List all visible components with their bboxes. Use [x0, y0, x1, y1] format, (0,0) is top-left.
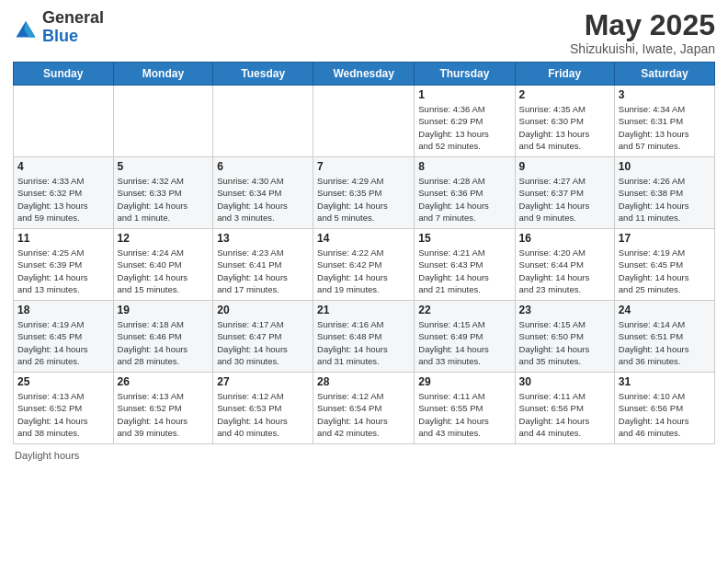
calendar-cell: 2Sunrise: 4:35 AM Sunset: 6:30 PM Daylig… — [515, 86, 614, 157]
calendar-cell: 21Sunrise: 4:16 AM Sunset: 6:48 PM Dayli… — [313, 301, 415, 373]
day-number: 26 — [118, 375, 210, 388]
calendar-cell: 26Sunrise: 4:13 AM Sunset: 6:52 PM Dayli… — [113, 373, 213, 444]
subtitle: Shizukuishi, Iwate, Japan — [570, 41, 715, 56]
logo-icon — [13, 15, 39, 40]
logo: General Blue — [13, 9, 104, 46]
header: General Blue May 2025 Shizukuishi, Iwate… — [13, 9, 715, 56]
calendar-cell: 30Sunrise: 4:11 AM Sunset: 6:56 PM Dayli… — [515, 373, 614, 444]
day-info: Sunrise: 4:36 AM Sunset: 6:29 PM Dayligh… — [418, 103, 510, 152]
calendar-cell: 14Sunrise: 4:22 AM Sunset: 6:42 PM Dayli… — [313, 229, 415, 301]
day-number: 14 — [317, 232, 410, 245]
calendar-cell: 12Sunrise: 4:24 AM Sunset: 6:40 PM Dayli… — [113, 229, 213, 301]
day-number: 21 — [317, 304, 410, 316]
day-number: 30 — [519, 375, 610, 388]
calendar-cell: 1Sunrise: 4:36 AM Sunset: 6:29 PM Daylig… — [415, 86, 515, 157]
day-info: Sunrise: 4:21 AM Sunset: 6:43 PM Dayligh… — [418, 247, 510, 295]
day-number: 3 — [619, 88, 711, 101]
day-info: Sunrise: 4:15 AM Sunset: 6:49 PM Dayligh… — [418, 318, 510, 367]
calendar-cell: 28Sunrise: 4:12 AM Sunset: 6:54 PM Dayli… — [313, 373, 415, 444]
day-info: Sunrise: 4:33 AM Sunset: 6:32 PM Dayligh… — [17, 175, 109, 224]
calendar-cell: 20Sunrise: 4:17 AM Sunset: 6:47 PM Dayli… — [213, 301, 313, 373]
day-number: 19 — [118, 304, 210, 316]
footer-text: Daylight hours — [15, 450, 79, 461]
calendar-cell: 17Sunrise: 4:19 AM Sunset: 6:45 PM Dayli… — [614, 229, 714, 301]
day-info: Sunrise: 4:32 AM Sunset: 6:33 PM Dayligh… — [118, 175, 210, 224]
calendar-cell: 22Sunrise: 4:15 AM Sunset: 6:49 PM Dayli… — [415, 301, 515, 373]
day-number: 12 — [118, 232, 210, 245]
day-number: 5 — [118, 160, 210, 173]
calendar-cell: 8Sunrise: 4:28 AM Sunset: 6:36 PM Daylig… — [415, 157, 515, 229]
calendar-cell: 9Sunrise: 4:27 AM Sunset: 6:37 PM Daylig… — [515, 157, 614, 229]
day-info: Sunrise: 4:18 AM Sunset: 6:46 PM Dayligh… — [118, 318, 210, 367]
day-number: 11 — [17, 232, 109, 245]
calendar-table: SundayMondayTuesdayWednesdayThursdayFrid… — [13, 62, 715, 444]
calendar-cell — [14, 86, 114, 157]
week-row-1: 1Sunrise: 4:36 AM Sunset: 6:29 PM Daylig… — [14, 86, 715, 157]
day-number: 10 — [619, 160, 711, 173]
day-info: Sunrise: 4:19 AM Sunset: 6:45 PM Dayligh… — [17, 318, 109, 367]
week-row-2: 4Sunrise: 4:33 AM Sunset: 6:32 PM Daylig… — [14, 157, 715, 229]
day-number: 17 — [619, 232, 711, 245]
day-info: Sunrise: 4:35 AM Sunset: 6:30 PM Dayligh… — [519, 103, 610, 152]
weekday-header-friday: Friday — [515, 63, 614, 86]
day-info: Sunrise: 4:20 AM Sunset: 6:44 PM Dayligh… — [519, 247, 610, 295]
day-info: Sunrise: 4:28 AM Sunset: 6:36 PM Dayligh… — [418, 175, 510, 224]
calendar-cell — [313, 86, 415, 157]
calendar-cell: 29Sunrise: 4:11 AM Sunset: 6:55 PM Dayli… — [415, 373, 515, 444]
day-number: 28 — [317, 375, 410, 388]
day-number: 9 — [519, 160, 610, 173]
day-info: Sunrise: 4:15 AM Sunset: 6:50 PM Dayligh… — [519, 318, 610, 367]
day-info: Sunrise: 4:11 AM Sunset: 6:56 PM Dayligh… — [519, 390, 610, 439]
weekday-header-wednesday: Wednesday — [313, 63, 415, 86]
week-row-4: 18Sunrise: 4:19 AM Sunset: 6:45 PM Dayli… — [14, 301, 715, 373]
weekday-header-thursday: Thursday — [415, 63, 515, 86]
calendar-cell: 27Sunrise: 4:12 AM Sunset: 6:53 PM Dayli… — [213, 373, 313, 444]
day-info: Sunrise: 4:23 AM Sunset: 6:41 PM Dayligh… — [217, 247, 309, 295]
day-info: Sunrise: 4:12 AM Sunset: 6:53 PM Dayligh… — [217, 390, 309, 439]
day-info: Sunrise: 4:19 AM Sunset: 6:45 PM Dayligh… — [619, 247, 711, 295]
day-info: Sunrise: 4:10 AM Sunset: 6:56 PM Dayligh… — [619, 390, 711, 439]
calendar-cell: 19Sunrise: 4:18 AM Sunset: 6:46 PM Dayli… — [113, 301, 213, 373]
day-info: Sunrise: 4:25 AM Sunset: 6:39 PM Dayligh… — [17, 247, 109, 295]
calendar-cell: 4Sunrise: 4:33 AM Sunset: 6:32 PM Daylig… — [14, 157, 114, 229]
weekday-header-saturday: Saturday — [614, 63, 714, 86]
day-info: Sunrise: 4:13 AM Sunset: 6:52 PM Dayligh… — [118, 390, 210, 439]
day-info: Sunrise: 4:17 AM Sunset: 6:47 PM Dayligh… — [217, 318, 309, 367]
day-info: Sunrise: 4:30 AM Sunset: 6:34 PM Dayligh… — [217, 175, 309, 224]
logo-general-text: General — [42, 8, 104, 27]
calendar-cell — [113, 86, 213, 157]
weekday-header-row: SundayMondayTuesdayWednesdayThursdayFrid… — [14, 63, 715, 86]
calendar-cell: 11Sunrise: 4:25 AM Sunset: 6:39 PM Dayli… — [14, 229, 114, 301]
day-number: 20 — [217, 304, 309, 316]
calendar-cell: 10Sunrise: 4:26 AM Sunset: 6:38 PM Dayli… — [614, 157, 714, 229]
page: General Blue May 2025 Shizukuishi, Iwate… — [0, 0, 728, 563]
day-info: Sunrise: 4:16 AM Sunset: 6:48 PM Dayligh… — [317, 318, 410, 367]
calendar-cell: 25Sunrise: 4:13 AM Sunset: 6:52 PM Dayli… — [14, 373, 114, 444]
day-number: 6 — [217, 160, 309, 173]
day-info: Sunrise: 4:14 AM Sunset: 6:51 PM Dayligh… — [619, 318, 711, 367]
calendar-cell: 5Sunrise: 4:32 AM Sunset: 6:33 PM Daylig… — [113, 157, 213, 229]
day-number: 7 — [317, 160, 410, 173]
week-row-5: 25Sunrise: 4:13 AM Sunset: 6:52 PM Dayli… — [14, 373, 715, 444]
calendar-cell: 18Sunrise: 4:19 AM Sunset: 6:45 PM Dayli… — [14, 301, 114, 373]
day-number: 24 — [619, 304, 711, 316]
calendar-cell: 31Sunrise: 4:10 AM Sunset: 6:56 PM Dayli… — [614, 373, 714, 444]
day-info: Sunrise: 4:11 AM Sunset: 6:55 PM Dayligh… — [418, 390, 510, 439]
day-number: 31 — [619, 375, 711, 388]
calendar-cell: 13Sunrise: 4:23 AM Sunset: 6:41 PM Dayli… — [213, 229, 313, 301]
day-number: 18 — [17, 304, 109, 316]
day-info: Sunrise: 4:13 AM Sunset: 6:52 PM Dayligh… — [17, 390, 109, 439]
week-row-3: 11Sunrise: 4:25 AM Sunset: 6:39 PM Dayli… — [14, 229, 715, 301]
day-number: 23 — [519, 304, 610, 316]
calendar-cell: 6Sunrise: 4:30 AM Sunset: 6:34 PM Daylig… — [213, 157, 313, 229]
day-info: Sunrise: 4:29 AM Sunset: 6:35 PM Dayligh… — [317, 175, 410, 224]
calendar-cell: 16Sunrise: 4:20 AM Sunset: 6:44 PM Dayli… — [515, 229, 614, 301]
day-info: Sunrise: 4:24 AM Sunset: 6:40 PM Dayligh… — [118, 247, 210, 295]
day-info: Sunrise: 4:27 AM Sunset: 6:37 PM Dayligh… — [519, 175, 610, 224]
day-number: 13 — [217, 232, 309, 245]
day-number: 29 — [418, 375, 510, 388]
day-number: 8 — [418, 160, 510, 173]
calendar-cell — [213, 86, 313, 157]
footer: Daylight hours — [13, 450, 715, 461]
weekday-header-tuesday: Tuesday — [213, 63, 313, 86]
